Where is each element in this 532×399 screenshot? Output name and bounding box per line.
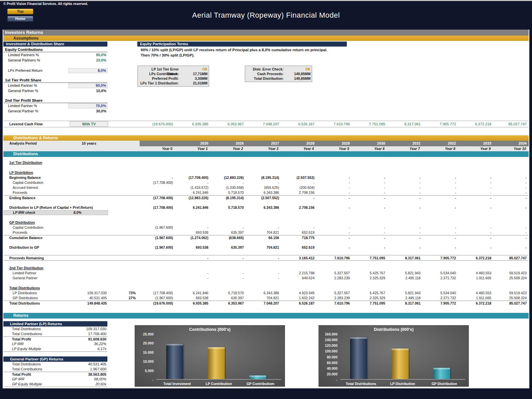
analysis-period-value: 10 years — [70, 141, 108, 146]
y-tick-label: 5.000 — [145, 369, 154, 373]
value-cell: (1.030.658) — [210, 185, 246, 190]
bar-top-cap — [249, 375, 266, 377]
value-cell: - — [387, 175, 423, 180]
row-label: Limited Partner — [3, 271, 70, 276]
returns-panel-header: Limited Partner (LP) Returns — [3, 321, 107, 327]
check-label: Preferred Profit: — [139, 76, 179, 81]
value-cell: 6.241.846 — [175, 205, 210, 210]
value-cell: (1.967.600) — [140, 225, 175, 230]
bar-top-cap — [208, 347, 225, 349]
year-label: Year 9 — [458, 146, 493, 151]
value-cell: - — [317, 185, 352, 190]
returns-value: 38.563.805 — [70, 372, 107, 377]
table-row: Capital Contribution(17.708.400)--------… — [3, 180, 529, 185]
returns-value: 91.608.630 — [70, 337, 107, 341]
returns-label: Total Profit — [3, 337, 70, 341]
value-cell: - — [210, 225, 246, 230]
table-row: Ending Balance(17.708.400)(12.883.226)(8… — [3, 195, 529, 200]
value-cell: 25.508.324 — [493, 276, 529, 281]
value-cell — [140, 185, 175, 190]
returns-value: 109.317.030 — [70, 327, 107, 332]
assumptions-area: Investment & Distribution Share Equity C… — [3, 41, 529, 118]
returns-row: LP IRR36,22% — [3, 341, 107, 346]
value-cell: - — [210, 276, 246, 281]
value-cell: (17.708.400) — [140, 180, 175, 185]
value-cell: - — [458, 235, 493, 240]
value-cell: 5.534.040 — [423, 271, 458, 276]
value-cell: 7.751.095 — [352, 255, 387, 261]
year-header: 2031 — [387, 141, 423, 146]
value-cell: - — [246, 225, 281, 230]
assumption-value: 30,0% — [68, 109, 107, 114]
levered-cf-cell: 7.905.772 — [423, 121, 458, 127]
value-cell: (17.708.400) — [140, 205, 175, 210]
with-tv-selector[interactable]: With TV — [70, 121, 108, 127]
returns-label: Total Profit — [3, 372, 70, 377]
check-value: 149,85MM — [284, 76, 311, 81]
value-cell: - — [140, 175, 175, 180]
value-cell: - — [317, 235, 352, 240]
value-cell: (8.195.314) — [210, 196, 246, 200]
returns-value: 36,22% — [70, 341, 107, 346]
assumption-value[interactable]: 70,0% — [68, 103, 107, 108]
value-cell: 6.343.386 — [246, 205, 281, 210]
value-cell: (1.416.672) — [175, 185, 210, 190]
assumption-value[interactable]: 8,0% — [68, 68, 107, 73]
chart-bar — [392, 348, 409, 379]
value-cell: - — [387, 185, 423, 190]
levered-cf-cell: 6.935.385 — [175, 121, 210, 127]
check-row: LPs Contribution:17,71MM — [139, 71, 207, 76]
value-cell: 652.619 — [281, 230, 316, 235]
value-cell: - — [317, 180, 352, 185]
value-cell: - — [493, 245, 529, 250]
returns-value: 58,00% — [70, 377, 107, 382]
value-cell: 2.283.239 — [317, 276, 352, 281]
y-tick-label: 10.000 — [143, 359, 154, 363]
year-label: Year 3 — [246, 146, 281, 151]
value-cell: - — [352, 205, 387, 210]
returns-row: Total Profit38.563.805 — [3, 372, 107, 377]
returns-value: 17.708.400 — [70, 332, 107, 336]
value-cell: - — [281, 196, 316, 200]
assumption-label: General Partner % — [3, 109, 68, 114]
assumption-value[interactable]: 90,0% — [68, 83, 107, 88]
check-label: Cash Proceeds: — [246, 71, 284, 76]
value-cell: (1.967.600) — [140, 296, 175, 301]
y-tick-label: - — [153, 378, 154, 382]
equity-terms-header: Equity Participation Terms — [137, 42, 347, 47]
value-cell: - — [281, 225, 316, 230]
returns-row: LP Equity Multiple6,17x — [3, 346, 107, 351]
value-cell: - — [246, 276, 281, 281]
year-header: 2034 — [493, 141, 529, 146]
value-cell: - — [423, 190, 458, 195]
x-category-label: GP Contributiom — [240, 382, 281, 386]
value-cell: - — [246, 255, 281, 261]
table-row: Distribution to GP(1.967.600)693.538635.… — [3, 245, 529, 250]
row-label: General Partner — [3, 276, 70, 281]
returns-row: Total Contributions17.708.400 — [3, 332, 107, 336]
value-cell: - — [387, 180, 423, 185]
value-cell: 7.751.095 — [352, 301, 387, 306]
value-cell: - — [423, 180, 458, 185]
value-cell: 718.775 — [281, 235, 316, 240]
bar-top-cap — [166, 344, 183, 345]
analysis-period-label: Analysis Period — [3, 141, 70, 146]
value-cell: - — [458, 205, 493, 210]
returns-row: Total Contributions1.967.600 — [3, 367, 107, 372]
group-heading: 1st Tier Profit Share — [3, 77, 107, 83]
table-row — [3, 281, 529, 286]
value-cell: 6.343.386 — [246, 190, 281, 195]
assumption-row: Limited Partners %90,0% — [3, 53, 107, 58]
y-tick-label: 80.000 — [327, 355, 337, 359]
table-row — [3, 240, 529, 245]
assumption-value: 10,0% — [68, 58, 107, 63]
value-cell: - — [246, 180, 281, 185]
y-tick-label: 60.000 — [327, 361, 337, 365]
table-row: Total Distributions — [3, 286, 529, 291]
value-cell: 5.425.767 — [352, 271, 387, 276]
y-tick-label: 25.000 — [143, 332, 154, 336]
row-label: Total Distributions — [3, 301, 70, 306]
table-row: LP Distribition — [3, 170, 529, 175]
y-tick-label: - — [336, 378, 338, 382]
value-cell: - — [352, 175, 387, 180]
